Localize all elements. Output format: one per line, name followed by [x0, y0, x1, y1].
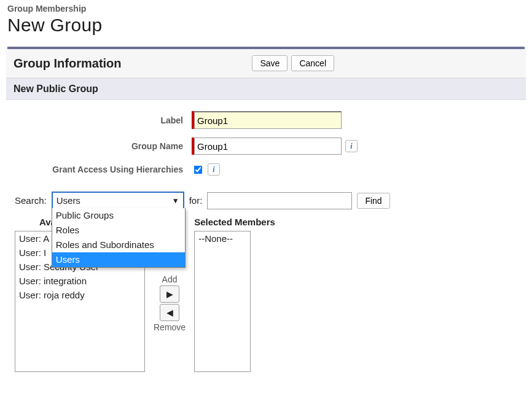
- info-icon[interactable]: i: [208, 163, 220, 176]
- selected-members-title: Selected Members: [194, 217, 275, 227]
- search-label: Search:: [15, 195, 47, 206]
- find-button[interactable]: Find: [357, 193, 389, 209]
- search-select[interactable]: Users ▼ Public Groups Roles Roles and Su…: [52, 192, 184, 209]
- select-option[interactable]: Roles and Subordinates: [52, 238, 185, 252]
- group-name-input[interactable]: [194, 138, 342, 155]
- move-controls: Add ▶ ◀ Remove: [154, 274, 186, 332]
- arrow-right-icon: ▶: [166, 289, 173, 299]
- search-select-dropdown: Public Groups Roles Roles and Subordinat…: [52, 208, 186, 268]
- arrow-left-icon: ◀: [166, 308, 173, 317]
- for-label: for:: [189, 195, 203, 206]
- label-field-label: Label: [12, 115, 192, 125]
- select-option[interactable]: Users: [52, 252, 185, 267]
- label-input[interactable]: [194, 111, 342, 129]
- search-select-display[interactable]: Users ▼: [52, 192, 184, 209]
- hierarchies-checkbox[interactable]: [194, 165, 203, 174]
- form-row-label: Label: [12, 111, 520, 129]
- form-row-group-name: Group Name i: [12, 138, 520, 155]
- save-button[interactable]: Save: [252, 55, 288, 71]
- breadcrumb: Group Membership: [6, 4, 526, 14]
- search-row: Search: Users ▼ Public Groups Roles Role…: [15, 192, 517, 209]
- info-icon[interactable]: i: [345, 140, 358, 152]
- remove-button[interactable]: ◀: [160, 304, 179, 321]
- select-option[interactable]: Roles: [52, 223, 185, 238]
- group-name-label: Group Name: [12, 141, 192, 151]
- add-label: Add: [162, 274, 178, 284]
- form-row-hierarchies: Grant Access Using Hierarchies i: [12, 163, 520, 176]
- select-option[interactable]: Public Groups: [52, 208, 185, 223]
- caret-down-icon: ▼: [172, 195, 179, 207]
- list-item[interactable]: User: roja reddy: [15, 288, 144, 302]
- page-title: New Group: [7, 15, 526, 36]
- selected-members-list[interactable]: --None--: [194, 231, 251, 372]
- add-button[interactable]: ▶: [160, 285, 179, 303]
- section-title: Group Information: [14, 56, 122, 71]
- cancel-button[interactable]: Cancel: [291, 55, 334, 71]
- search-for-input[interactable]: [207, 192, 352, 209]
- hierarchies-label: Grant Access Using Hierarchies: [12, 165, 192, 174]
- sub-header: New Public Group: [6, 78, 526, 100]
- list-item[interactable]: --None--: [195, 231, 250, 246]
- section-header: Group Information Save Cancel: [6, 49, 526, 78]
- list-item[interactable]: User: integration: [15, 274, 144, 288]
- remove-label: Remove: [154, 322, 186, 332]
- selected-column: Selected Members --None--: [194, 217, 275, 372]
- search-select-value: Users: [57, 195, 80, 206]
